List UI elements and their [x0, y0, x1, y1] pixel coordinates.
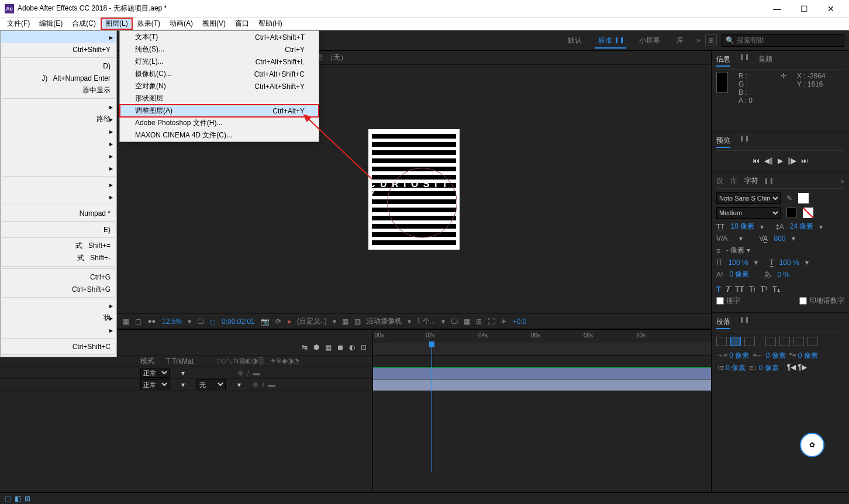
ligatures-checkbox[interactable]: 连字	[716, 296, 740, 306]
menu-动画(A)[interactable]: 动画(A)	[165, 18, 198, 30]
status-icon[interactable]: ⬚	[5, 495, 11, 503]
menu-item-摄像机(C)...[interactable]: 摄像机(C)...Ctrl+Alt+Shift+C	[120, 68, 319, 80]
status-icon[interactable]: ◧	[15, 495, 21, 503]
search-icon: 🔍	[726, 36, 734, 44]
app-title: Adobe After Effects CC 2018 - 无标题项目.aep …	[18, 4, 167, 13]
preview-controls[interactable]: ⏮◀∥▶∥▶⏭	[716, 153, 844, 168]
menu-item-纯色(S)...[interactable]: 纯色(S)...Ctrl+Y	[120, 43, 319, 56]
menu-帮助(H)[interactable]: 帮助(H)	[254, 18, 287, 30]
character-panel: 设 库 字符 » Noto Sans S Chin... ✎ Medium T͟…	[712, 172, 849, 313]
panel-menu-icon[interactable]	[741, 317, 748, 323]
layer-new-submenu[interactable]: 文本(T)Ctrl+Alt+Shift+T纯色(S)...Ctrl+Y灯光(L)…	[119, 30, 319, 142]
workspace-switcher[interactable]: 默认标准 小屏幕库	[560, 30, 692, 51]
minimize-button[interactable]: —	[764, 1, 791, 17]
timeline-tracks[interactable]	[373, 355, 711, 472]
timeline-row[interactable]: 正常▾ 无▾ ⊕ / ▬	[0, 379, 372, 391]
menu-文件(F)[interactable]: 文件(F)	[2, 18, 34, 30]
viewer-controls[interactable]: ▦▢👓 12.5%▾ 🖵◻ 0:00:02:01 📷⟳● (自定义..)▾ ▦▥…	[117, 313, 711, 329]
workspace-settings-icon[interactable]: ⊞	[705, 34, 717, 46]
info-panel: 信息音频 R : G : B : A : 0 ✛ X : -2864 Y : 1…	[712, 51, 849, 132]
search-help-input[interactable]	[737, 36, 840, 44]
right-panels: 信息音频 R : G : B : A : 0 ✛ X : -2864 Y : 1…	[711, 51, 849, 504]
title-bar: Ae Adobe After Effects CC 2018 - 无标题项目.a…	[0, 0, 849, 18]
timeline-row[interactable]: 正常▾ ⊕ / ▬	[0, 367, 372, 379]
menu-item-调整图层(A)[interactable]: 调整图层(A)Ctrl+Alt+Y	[120, 105, 319, 117]
menu-图层(L)[interactable]: 图层(L)	[101, 18, 133, 30]
comp-frame: document.write(Array.from({length:14},(_…	[368, 129, 460, 250]
menu-item-灯光(L)...[interactable]: 灯光(L)...Ctrl+Alt+Shift+L	[120, 56, 319, 68]
menu-item-MAXON CINEMA 4D 文件(C)...[interactable]: MAXON CINEMA 4D 文件(C)...	[120, 129, 319, 141]
menu-item-文本(T)[interactable]: 文本(T)Ctrl+Alt+Shift+T	[120, 31, 319, 43]
font-family-select[interactable]: Noto Sans S Chin...	[716, 192, 781, 204]
menu-item-空对象(N)[interactable]: 空对象(N)Ctrl+Alt+Shift+Y	[120, 80, 319, 92]
menu-item-Adobe Photoshop 文件(H)...[interactable]: Adobe Photoshop 文件(H)...	[120, 117, 319, 129]
status-bar: ⬚ ◧ ⊞	[0, 492, 849, 504]
menu-效果(T)[interactable]: 效果(T)	[133, 18, 165, 30]
status-icon[interactable]: ⊞	[25, 495, 30, 503]
paragraph-panel: 段落 →≡ 0 像素 ≡← 0 像素 *≡ 0 像素 ↑≡ 0 像素 ≡↓ 0 …	[712, 313, 849, 377]
paragraph-align[interactable]	[716, 334, 844, 351]
color-swatch	[716, 72, 728, 93]
font-weight-select[interactable]: Medium	[716, 207, 781, 219]
text-style-row[interactable]: T T TT Tr T¹ T₁	[716, 282, 844, 296]
maximize-button[interactable]: ☐	[791, 1, 817, 17]
app-logo: Ae	[5, 4, 14, 13]
hindi-digits-checkbox[interactable]: 印地语数字	[799, 296, 844, 306]
panel-menu-icon[interactable]	[765, 178, 772, 184]
panel-menu-icon[interactable]	[741, 136, 748, 141]
timeline-ruler[interactable]: :00s02s04s06s08s10s	[373, 330, 711, 355]
timeline-header: 模式 T TrkMat □◇＼fx▦◐◑⓪ ✦※◆◑◔	[0, 355, 372, 367]
stroke-color[interactable]	[786, 208, 797, 218]
menu-编辑(E)[interactable]: 编辑(E)	[34, 18, 67, 30]
menu-窗口[interactable]: 窗口	[230, 18, 254, 30]
fill-color[interactable]	[798, 193, 809, 203]
search-help[interactable]: 🔍	[722, 34, 844, 47]
panel-menu-icon[interactable]	[741, 54, 748, 60]
menu-视图(V)[interactable]: 视图(V)	[198, 18, 230, 30]
eyedropper-icon[interactable]: ✎	[786, 194, 792, 202]
preview-panel: 预览 ⏮◀∥▶∥▶⏭	[712, 132, 849, 172]
close-button[interactable]: ✕	[817, 1, 844, 17]
menu-合成(C)[interactable]: 合成(C)	[67, 18, 101, 30]
workspace-more-icon[interactable]: »	[696, 36, 700, 44]
layer-menu-partial[interactable]: ▸Ctrl+Shift+YD)J) Alt+Numpad Enter器中显示▸路…	[0, 30, 117, 357]
watermark-badge: ✿	[800, 433, 824, 457]
menu-item-形状图层[interactable]: 形状图层	[120, 92, 319, 105]
menu-bar: 文件(F)编辑(E)合成(C)图层(L)效果(T)动画(A)视图(V)窗口帮助(…	[0, 18, 849, 30]
